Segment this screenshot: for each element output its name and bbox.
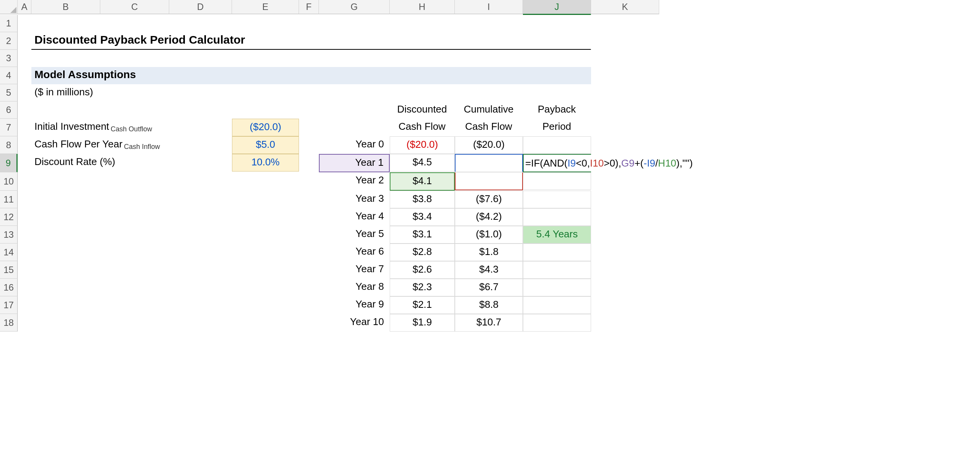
cell-row18-left[interactable] xyxy=(31,314,299,331)
cell-K13[interactable] xyxy=(591,226,659,243)
dcf-5[interactable]: $3.1 xyxy=(390,226,455,244)
cell-row13-left[interactable] xyxy=(31,226,299,243)
cell-A16[interactable] xyxy=(18,279,31,296)
cell-row16-left[interactable] xyxy=(31,279,299,296)
cell-A6[interactable] xyxy=(18,101,31,119)
cell-K17[interactable] xyxy=(591,296,659,314)
cum-6[interactable]: $1.8 xyxy=(455,244,523,261)
cell-K8[interactable] xyxy=(591,136,659,154)
pb-0[interactable] xyxy=(523,136,591,154)
col-header-A[interactable]: A xyxy=(18,0,31,14)
cell-K4[interactable] xyxy=(591,67,659,84)
pb-6[interactable] xyxy=(523,244,591,261)
row-header-10[interactable]: 10 xyxy=(0,172,18,191)
cum-8[interactable]: $6.7 xyxy=(455,279,523,296)
cell-A10[interactable] xyxy=(18,172,31,190)
cum-10[interactable]: $10.7 xyxy=(455,314,523,332)
cell-A11[interactable] xyxy=(18,191,31,208)
row-header-1[interactable]: 1 xyxy=(0,15,18,32)
cell-F11[interactable] xyxy=(299,191,319,208)
worksheet-grid[interactable]: A B C D E F G H I J K 1 2 Discounted Pay… xyxy=(0,0,980,332)
row-header-8[interactable]: 8 xyxy=(0,136,18,154)
select-all-corner[interactable] xyxy=(0,0,18,14)
dcf-10[interactable]: $1.9 xyxy=(390,314,455,332)
row-header-13[interactable]: 13 xyxy=(0,226,18,244)
cell-A12[interactable] xyxy=(18,208,31,226)
cell-A2[interactable] xyxy=(18,32,31,49)
row-header-15[interactable]: 15 xyxy=(0,261,18,279)
cell-row11-left[interactable] xyxy=(31,191,299,208)
row-header-9[interactable]: 9 xyxy=(0,154,18,172)
cell-F15[interactable] xyxy=(299,261,319,278)
cell-K11[interactable] xyxy=(591,191,659,208)
cell-A17[interactable] xyxy=(18,296,31,314)
cell-A4[interactable] xyxy=(18,67,31,84)
cell-K12[interactable] xyxy=(591,208,659,226)
cum-4[interactable]: ($4.2) xyxy=(455,208,523,226)
cell-A14[interactable] xyxy=(18,244,31,261)
cell-F8[interactable] xyxy=(299,136,319,154)
pb-4[interactable] xyxy=(523,208,591,226)
dcf-1[interactable]: $4.5 xyxy=(390,154,455,172)
pb-2[interactable] xyxy=(523,172,591,190)
row-header-14[interactable]: 14 xyxy=(0,244,18,261)
cum-2[interactable] xyxy=(455,172,523,190)
col-header-E[interactable]: E xyxy=(232,0,299,14)
col-header-B[interactable]: B xyxy=(31,0,100,14)
cell-row17-left[interactable] xyxy=(31,296,299,314)
cell-A7[interactable] xyxy=(18,119,31,136)
row-header-6[interactable]: 6 xyxy=(0,101,18,119)
col-header-I[interactable]: I xyxy=(455,0,523,14)
pb-9[interactable] xyxy=(523,296,591,314)
active-cell-J9[interactable]: =IF(AND(I9<0,I10>0),G9+(-I9/H10),"") xyxy=(523,154,591,172)
cell-K7[interactable] xyxy=(591,119,659,136)
input-cash-flow-per-year[interactable]: $5.0 xyxy=(232,136,299,154)
cell-G7[interactable] xyxy=(319,119,390,136)
cum-0[interactable]: ($20.0) xyxy=(455,136,523,154)
cell-A18[interactable] xyxy=(18,314,31,331)
col-header-F[interactable]: F xyxy=(299,0,319,14)
cell-F7[interactable] xyxy=(299,119,319,136)
row-header-11[interactable]: 11 xyxy=(0,191,18,208)
cum-3[interactable]: ($7.6) xyxy=(455,191,523,208)
input-discount-rate[interactable]: 10.0% xyxy=(232,154,299,172)
cell-row10-left[interactable] xyxy=(31,172,299,190)
pb-7[interactable] xyxy=(523,261,591,279)
cell-F10[interactable] xyxy=(299,172,319,190)
cell-row3[interactable] xyxy=(31,50,659,67)
row-header-7[interactable]: 7 xyxy=(0,119,18,136)
row-header-3[interactable]: 3 xyxy=(0,50,18,67)
col-header-K[interactable]: K xyxy=(591,0,659,14)
cum-7[interactable]: $4.3 xyxy=(455,261,523,279)
dcf-9[interactable]: $2.1 xyxy=(390,296,455,314)
cell-K2[interactable] xyxy=(591,32,659,49)
cell-row14-left[interactable] xyxy=(31,244,299,261)
pb-10[interactable] xyxy=(523,314,591,332)
row-header-18[interactable]: 18 xyxy=(0,314,18,332)
cum-5[interactable]: ($1.0) xyxy=(455,226,523,244)
cell-F13[interactable] xyxy=(299,226,319,243)
row-header-16[interactable]: 16 xyxy=(0,279,18,296)
dcf-3[interactable]: $3.8 xyxy=(390,191,455,208)
cell-F14[interactable] xyxy=(299,244,319,261)
cell-G6[interactable] xyxy=(319,101,390,119)
col-header-J[interactable]: J xyxy=(523,0,591,15)
cell-B1[interactable] xyxy=(31,15,659,32)
row-header-12[interactable]: 12 xyxy=(0,208,18,226)
cell-A9[interactable] xyxy=(18,154,31,171)
cell-row15-left[interactable] xyxy=(31,261,299,278)
cell-A15[interactable] xyxy=(18,261,31,278)
col-header-G[interactable]: G xyxy=(319,0,390,14)
cell-BCDEF6[interactable] xyxy=(31,101,319,119)
cell-K10[interactable] xyxy=(591,172,659,190)
cell-F12[interactable] xyxy=(299,208,319,226)
cum-9[interactable]: $8.8 xyxy=(455,296,523,314)
row-header-17[interactable]: 17 xyxy=(0,296,18,314)
cell-E5[interactable] xyxy=(232,84,659,101)
col-header-H[interactable]: H xyxy=(390,0,455,14)
input-initial-investment[interactable]: ($20.0) xyxy=(232,119,299,136)
cell-K18[interactable] xyxy=(591,314,659,331)
row-header-4[interactable]: 4 xyxy=(0,67,18,84)
row-header-2[interactable]: 2 xyxy=(0,32,18,50)
cell-K14[interactable] xyxy=(591,244,659,261)
